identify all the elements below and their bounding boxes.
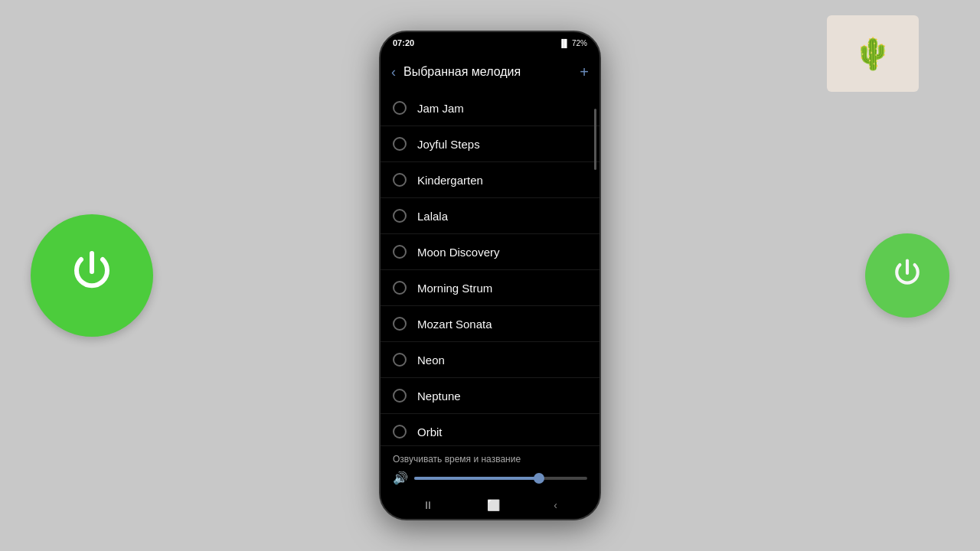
bottom-section: Озвучивать время и название 🔊 — [381, 445, 599, 491]
radio-button[interactable] — [393, 317, 407, 331]
app-header: ‹ Выбранная мелодия + — [381, 54, 599, 90]
melody-name: Joyful Steps — [417, 138, 480, 151]
slider-thumb[interactable] — [534, 473, 544, 484]
volume-slider[interactable] — [414, 477, 587, 480]
scroll-indicator — [594, 109, 596, 170]
phone-device: 07:20 ▐▌ 72% ‹ Выбранная мелодия + Jam J… — [379, 31, 601, 520]
radio-button[interactable] — [393, 281, 407, 295]
pause-button[interactable]: ⏸ — [423, 499, 433, 511]
radio-button[interactable] — [393, 245, 407, 259]
green-power-circle-right — [865, 233, 949, 318]
list-item[interactable]: Mozart Sonata — [381, 306, 599, 342]
back-button[interactable]: ‹ — [391, 64, 396, 80]
radio-button[interactable] — [393, 389, 407, 403]
list-item[interactable]: Jam Jam — [381, 90, 599, 126]
list-item[interactable]: Orbit — [381, 414, 599, 445]
radio-button[interactable] — [393, 209, 407, 223]
radio-button[interactable] — [393, 173, 407, 187]
list-item[interactable]: Neon — [381, 342, 599, 378]
list-item[interactable]: Morning Strum — [381, 270, 599, 306]
radio-button[interactable] — [393, 137, 407, 151]
green-power-circle-left — [31, 214, 153, 337]
volume-icon: 🔊 — [393, 471, 408, 485]
battery-icon: 72% — [572, 39, 587, 47]
home-button[interactable]: ⬜ — [487, 499, 500, 511]
signal-icon: ▐▌ — [559, 39, 570, 47]
cactus-icon: 🌵 — [854, 36, 892, 72]
add-button[interactable]: + — [580, 64, 589, 81]
status-icons: ▐▌ 72% — [559, 39, 587, 47]
announce-label: Озвучивать время и название — [393, 454, 587, 465]
cactus-decoration: 🌵 — [827, 15, 919, 92]
list-item[interactable]: Joyful Steps — [381, 126, 599, 162]
list-item[interactable]: Moon Discovery — [381, 234, 599, 270]
volume-row: 🔊 — [393, 471, 587, 485]
status-bar: 07:20 ▐▌ 72% — [381, 32, 599, 54]
phone-screen: 07:20 ▐▌ 72% ‹ Выбранная мелодия + Jam J… — [381, 32, 599, 519]
melody-name: Morning Strum — [417, 282, 492, 295]
list-item[interactable]: Neptune — [381, 378, 599, 414]
radio-button[interactable] — [393, 353, 407, 367]
melody-name: Neon — [417, 354, 445, 367]
melody-name: Orbit — [417, 425, 443, 439]
radio-button[interactable] — [393, 101, 407, 115]
radio-button[interactable] — [393, 425, 407, 439]
power-icon-right — [890, 256, 924, 295]
melody-list[interactable]: Jam Jam Joyful Steps Kindergarten Lalala… — [381, 90, 599, 445]
slider-fill — [414, 477, 539, 480]
melody-name: Mozart Sonata — [417, 318, 492, 331]
melody-name: Lalala — [417, 210, 448, 223]
melody-name: Moon Discovery — [417, 246, 500, 259]
power-icon-left — [67, 247, 116, 304]
melody-name: Jam Jam — [417, 102, 464, 115]
navigation-bar: ⏸ ⬜ ‹ — [381, 491, 599, 519]
status-time: 07:20 — [393, 38, 414, 47]
melody-name: Neptune — [417, 390, 461, 403]
back-nav-button[interactable]: ‹ — [554, 499, 557, 511]
list-item[interactable]: Lalala — [381, 198, 599, 234]
page-title: Выбранная мелодия — [403, 65, 572, 79]
melody-name: Kindergarten — [417, 174, 483, 187]
list-item[interactable]: Kindergarten — [381, 162, 599, 198]
